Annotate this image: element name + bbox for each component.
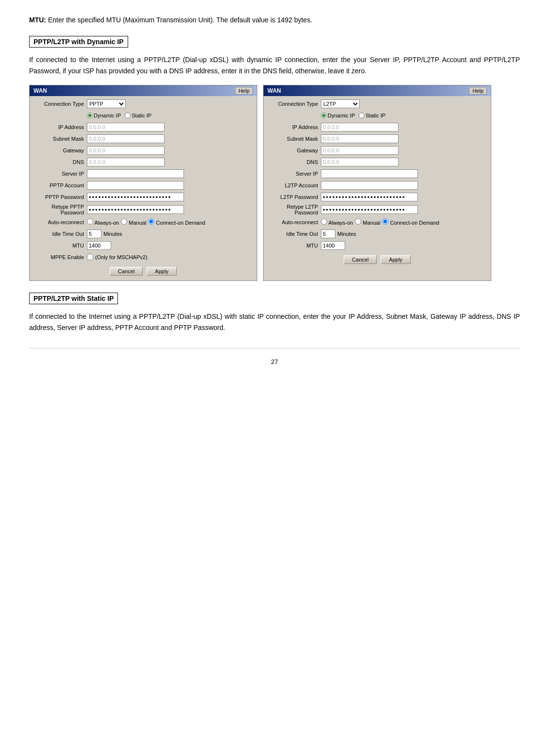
idle-timeout-label: Idle Time Out [33,231,87,237]
r-dns-label: DNS [267,159,321,165]
ip-type-radio-group: Dynamic IP Static IP [87,113,253,118]
pptp-dynamic-title: PPTP/L2TP with Dynamic IP [29,36,128,48]
r-static-ip-radio-label[interactable]: Static IP [359,113,385,118]
pptp-apply-button[interactable]: Apply [147,267,177,276]
r-gateway-input[interactable] [321,146,399,155]
retype-pptp-row: Retype PPTP Password •••••••••••••••••••… [33,204,253,215]
subnet-mask-input[interactable] [87,134,165,143]
l2tp-cancel-button[interactable]: Cancel [344,255,377,264]
mtu-label: MTU: [29,16,46,24]
subnet-mask-label: Subnet Mask [33,136,87,142]
r-idle-timeout-row: Idle Time Out Minutes [267,229,487,239]
r-connect-demand-radio[interactable] [382,218,388,225]
r-server-ip-input[interactable] [321,169,418,178]
wan-panels-container: WAN Help Connection Type PPTP Dyn [29,85,520,281]
dynamic-ip-radio-label[interactable]: Dynamic IP [87,113,121,118]
always-on-radio[interactable] [87,218,93,225]
r-dns-input[interactable] [321,158,399,166]
r-idle-timeout-input[interactable] [321,230,335,238]
pptp-dynamic-desc: If connected to the Internet using a PPT… [29,54,520,77]
r-ip-address-row: IP Address [267,122,487,132]
wan-body-l2tp: Connection Type L2TP Dynamic IP [264,96,491,269]
dns-row: DNS [33,157,253,167]
ip-address-row: IP Address [33,122,253,132]
l2tp-password-row: L2TP Password •••••••••••••••••••••••••• [267,192,487,202]
retype-l2tp-row: Retype L2TP Password •••••••••••••••••••… [267,204,487,215]
wan-title-pptp: WAN [33,87,47,94]
manual-radio[interactable] [121,218,127,225]
always-on-label[interactable]: Always-on [87,218,119,226]
r-dynamic-ip-radio-label[interactable]: Dynamic IP [321,113,355,118]
r-ip-address-input[interactable] [321,123,399,131]
pptp-cancel-button[interactable]: Cancel [110,267,143,276]
r-manual-label[interactable]: Manual [355,218,380,226]
connect-demand-radio[interactable] [148,218,154,225]
wan-help-button-l2tp[interactable]: Help [469,87,487,95]
l2tp-btn-row: Cancel Apply [267,253,487,266]
mppe-row: MPPE Enable (Only for MSCHAPv2) [33,252,253,262]
connection-type-select[interactable]: PPTP [87,99,126,108]
l2tp-account-input[interactable] [321,181,418,190]
ip-address-input[interactable] [87,123,165,131]
r-dns-row: DNS [267,157,487,167]
r-always-on-label[interactable]: Always-on [321,218,353,226]
l2tp-account-label: L2TP Account [267,182,321,188]
server-ip-input[interactable] [87,169,184,178]
retype-pptp-label: Retype PPTP Password [33,204,87,215]
l2tp-password-label: L2TP Password [267,194,321,200]
connection-type-field: PPTP [87,99,253,108]
r-minutes-label: Minutes [337,231,356,237]
r-always-on-radio[interactable] [321,218,327,225]
manual-label[interactable]: Manual [121,218,146,226]
wan-body-pptp: Connection Type PPTP Dynamic IP [30,96,257,280]
r-ip-address-label: IP Address [267,124,321,130]
idle-timeout-input[interactable] [87,230,101,238]
mtu-field-label: MTU [33,243,87,248]
pptp-account-row: PPTP Account [33,181,253,190]
dns-label: DNS [33,159,87,165]
retype-l2tp-dots: •••••••••••••••••••••••••• [321,205,418,214]
gateway-row: Gateway [33,146,253,155]
connect-demand-label[interactable]: Connect-on Demand [148,218,205,226]
idle-timeout-row: Idle Time Out Minutes [33,229,253,239]
gateway-input[interactable] [87,146,165,155]
r-static-ip-radio[interactable] [359,113,365,118]
mtu-input[interactable] [87,241,111,250]
mppe-checkbox[interactable] [87,254,93,260]
static-ip-radio[interactable] [125,113,131,118]
l2tp-apply-button[interactable]: Apply [381,255,411,264]
server-ip-row: Server IP [33,169,253,179]
server-ip-label: Server IP [33,171,87,177]
l2tp-account-row: L2TP Account [267,181,487,190]
mtu-section: MTU: Enter the specified MTU (Maximum Tr… [29,15,520,25]
r-server-ip-row: Server IP [267,169,487,179]
page-number: 27 [29,358,520,365]
pptp-password-label: PPTP Password [33,194,87,200]
r-mtu-field-label: MTU [267,243,321,248]
subnet-mask-row: Subnet Mask [33,134,253,144]
r-connection-type-select[interactable]: L2TP [321,99,360,108]
mtu-row: MTU [33,241,253,250]
r-mtu-row: MTU [267,241,487,250]
static-ip-radio-label[interactable]: Static IP [125,113,151,118]
r-connection-type-label: Connection Type [267,101,321,107]
mppe-label: MPPE Enable [33,254,87,260]
retype-pptp-dots: •••••••••••••••••••••••••• [87,205,184,214]
dynamic-ip-radio[interactable] [87,113,93,118]
pptp-password-dots: •••••••••••••••••••••••••• [87,193,184,201]
r-subnet-mask-row: Subnet Mask [267,134,487,144]
r-manual-radio[interactable] [355,218,361,225]
ip-type-row: Dynamic IP Static IP [33,111,253,120]
ip-address-field [87,123,253,131]
dns-input[interactable] [87,158,165,166]
r-connect-demand-label[interactable]: Connect-on Demand [382,218,439,226]
r-auto-reconnect-row: Auto-reconnect Always-on Manual Connect-… [267,217,487,227]
r-subnet-mask-input[interactable] [321,134,399,143]
pptp-password-row: PPTP Password •••••••••••••••••••••••••• [33,192,253,202]
pptp-account-input[interactable] [87,181,184,190]
mtu-text: Enter the specified MTU (Maximum Transmi… [46,16,312,24]
r-mtu-input[interactable] [321,241,345,250]
wan-help-button-pptp[interactable]: Help [235,87,253,95]
r-dynamic-ip-radio[interactable] [321,113,327,118]
r-gateway-row: Gateway [267,146,487,155]
